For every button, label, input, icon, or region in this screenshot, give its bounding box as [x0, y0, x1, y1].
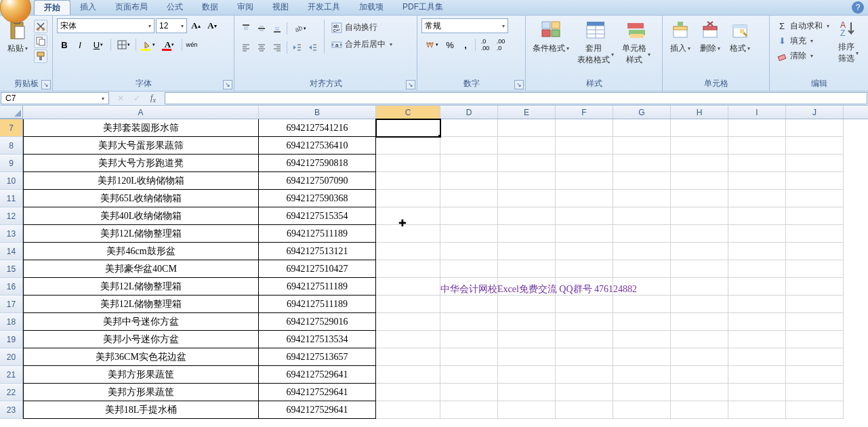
cell-H15[interactable] [671, 260, 728, 278]
cell-A18[interactable]: 美邦中号迷你方盆 [23, 313, 259, 331]
cell-A14[interactable]: 美邦46cm鼓形盆 [23, 243, 259, 260]
row-header-13[interactable]: 13 [0, 225, 23, 243]
row-header-14[interactable]: 14 [0, 243, 23, 260]
cell-B17[interactable]: 6942127511189 [259, 296, 376, 313]
cell-A9[interactable]: 美邦大号方形跑道凳 [23, 155, 259, 172]
cell-E19[interactable] [498, 331, 556, 348]
indent-increase-button[interactable] [305, 40, 320, 55]
cell-H8[interactable] [671, 137, 728, 155]
cell-F20[interactable] [556, 348, 613, 366]
cell-D7[interactable] [440, 119, 498, 137]
cell-E20[interactable] [498, 348, 556, 366]
cell-J14[interactable] [786, 243, 844, 260]
cell-C7[interactable] [376, 119, 440, 137]
cell-G21[interactable] [613, 366, 671, 384]
cell-D8[interactable] [440, 137, 498, 155]
font-size-combo[interactable]: 12▾ [156, 18, 187, 33]
cell-I23[interactable] [728, 401, 786, 419]
cell-H21[interactable] [671, 366, 728, 384]
cell-H14[interactable] [671, 243, 728, 260]
cell-E7[interactable] [498, 119, 556, 137]
cell-B23[interactable]: 6942127529641 [259, 401, 376, 419]
cell-A19[interactable]: 美邦小号迷你方盆 [23, 331, 259, 348]
fill-button[interactable]: ⬇填充 [774, 35, 832, 47]
cell-C14[interactable] [376, 243, 440, 260]
cell-I15[interactable] [728, 260, 786, 278]
tab-审阅[interactable]: 审阅 [228, 0, 263, 15]
cell-E12[interactable] [498, 207, 556, 225]
cell-A23[interactable]: 美邦18L手提水桶 [23, 401, 259, 419]
phonetic-button[interactable]: wén [184, 37, 199, 52]
cell-H16[interactable] [671, 278, 728, 296]
cell-J7[interactable] [786, 119, 844, 137]
cell-C12[interactable] [376, 207, 440, 225]
cell-G11[interactable] [613, 190, 671, 207]
cell-J19[interactable] [786, 331, 844, 348]
cell-I17[interactable] [728, 296, 786, 313]
cell-D16[interactable]: 中华会计网校Excel免费交流 QQ群号 476124882 [440, 278, 498, 296]
cell-D15[interactable] [440, 260, 498, 278]
cell-G8[interactable] [613, 137, 671, 155]
cell-F7[interactable] [556, 119, 613, 137]
cell-F14[interactable] [556, 243, 613, 260]
cell-C20[interactable] [376, 348, 440, 366]
cell-E21[interactable] [498, 366, 556, 384]
cell-E14[interactable] [498, 243, 556, 260]
select-all-corner[interactable] [0, 106, 23, 119]
cell-F9[interactable] [556, 155, 613, 172]
cell-H22[interactable] [671, 384, 728, 401]
cell-C10[interactable] [376, 172, 440, 190]
formula-input[interactable] [165, 92, 867, 104]
tab-页面布局[interactable]: 页面布局 [106, 0, 157, 15]
cell-G13[interactable] [613, 225, 671, 243]
cell-B14[interactable]: 6942127513121 [259, 243, 376, 260]
merge-center-button[interactable]: a 合并后居中 [329, 38, 395, 51]
cell-A20[interactable]: 美邦36CM实色花边盆 [23, 348, 259, 366]
tab-数据[interactable]: 数据 [192, 0, 228, 15]
underline-button[interactable]: U [88, 37, 108, 52]
cell-E18[interactable] [498, 313, 556, 331]
row-header-8[interactable]: 8 [0, 137, 23, 155]
cell-E9[interactable] [498, 155, 556, 172]
cell-A12[interactable]: 美邦40L收纳储物箱 [23, 207, 259, 225]
cell-J23[interactable] [786, 401, 844, 419]
comma-button[interactable]: , [458, 37, 473, 52]
cancel-formula-button[interactable]: ✕ [114, 94, 127, 103]
orientation-button[interactable]: ab [289, 21, 310, 36]
cell-F15[interactable] [556, 260, 613, 278]
bold-button[interactable]: B [57, 37, 72, 52]
cell-E22[interactable] [498, 384, 556, 401]
align-launcher[interactable]: ↘ [406, 80, 415, 89]
cell-J10[interactable] [786, 172, 844, 190]
cell-H18[interactable] [671, 313, 728, 331]
align-top-button[interactable] [239, 21, 253, 36]
clipboard-launcher[interactable]: ↘ [41, 80, 51, 89]
cell-H19[interactable] [671, 331, 728, 348]
cell-F12[interactable] [556, 207, 613, 225]
cell-B10[interactable]: 6942127507090 [259, 172, 376, 190]
font-launcher[interactable]: ↘ [223, 80, 232, 89]
cell-E11[interactable] [498, 190, 556, 207]
percent-button[interactable]: % [442, 37, 457, 52]
cell-A7[interactable]: 美邦套装圆形水筛 [23, 119, 259, 137]
align-bottom-button[interactable] [270, 21, 285, 36]
clear-button[interactable]: 清除 [774, 49, 832, 62]
cell-F23[interactable] [556, 401, 613, 419]
cell-G18[interactable] [613, 313, 671, 331]
cell-I18[interactable] [728, 313, 786, 331]
cell-I20[interactable] [728, 348, 786, 366]
insert-function-button[interactable]: fx [146, 93, 160, 104]
cell-A22[interactable]: 美邦方形果蔬筐 [23, 384, 259, 401]
tab-加载项[interactable]: 加载项 [350, 0, 393, 15]
cell-C19[interactable] [376, 331, 440, 348]
insert-cells-button[interactable]: 插入 [667, 18, 694, 56]
cell-E10[interactable] [498, 172, 556, 190]
cell-H7[interactable] [671, 119, 728, 137]
cell-C23[interactable] [376, 401, 440, 419]
cell-F21[interactable] [556, 366, 613, 384]
cell-I11[interactable] [728, 190, 786, 207]
align-right-button[interactable] [270, 40, 285, 55]
cell-H17[interactable] [671, 296, 728, 313]
cell-G10[interactable] [613, 172, 671, 190]
cell-F18[interactable] [556, 313, 613, 331]
